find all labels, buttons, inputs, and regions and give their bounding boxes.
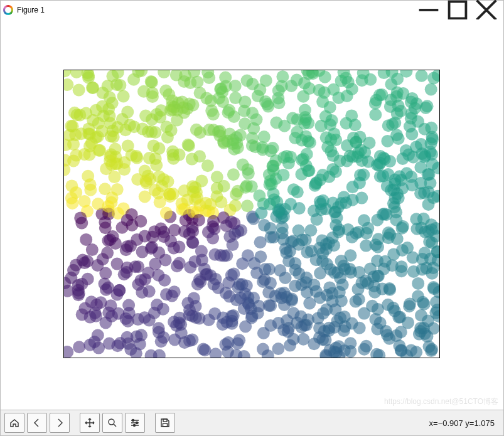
matplotlib-app-icon [3, 5, 13, 15]
svg-point-972 [264, 198, 276, 211]
svg-point-895 [99, 183, 111, 195]
svg-point-90 [272, 343, 284, 355]
svg-point-845 [207, 215, 220, 228]
svg-point-658 [430, 296, 439, 309]
svg-point-399 [117, 90, 130, 103]
svg-point-973 [108, 171, 121, 183]
svg-point-1004 [109, 419, 114, 425]
svg-point-360 [346, 231, 358, 243]
svg-point-827 [326, 287, 338, 300]
pan-button[interactable] [80, 413, 100, 433]
svg-point-1006 [136, 422, 138, 424]
svg-rect-1009 [163, 423, 168, 427]
svg-point-733 [358, 343, 370, 356]
svg-rect-1 [449, 2, 466, 19]
svg-point-559 [261, 98, 274, 110]
svg-point-913 [67, 120, 79, 132]
svg-point-920 [405, 107, 418, 120]
svg-point-979 [166, 146, 179, 158]
svg-point-723 [356, 74, 368, 87]
svg-point-764 [254, 236, 267, 248]
svg-point-859 [253, 300, 265, 312]
svg-point-911 [122, 338, 134, 350]
svg-point-656 [87, 82, 99, 94]
svg-point-663 [427, 72, 439, 85]
svg-point-704 [193, 312, 206, 324]
home-button[interactable] [4, 413, 24, 433]
minimize-button[interactable] [414, 1, 443, 19]
svg-point-912 [242, 249, 254, 262]
svg-point-149 [232, 337, 244, 349]
svg-point-1000 [397, 220, 409, 233]
forward-button[interactable] [50, 413, 70, 433]
svg-point-877 [421, 100, 434, 112]
configure-button[interactable] [125, 413, 145, 433]
svg-point-685 [331, 266, 344, 279]
svg-point-861 [390, 329, 402, 342]
svg-point-936 [273, 97, 286, 109]
svg-point-879 [105, 299, 117, 312]
svg-point-892 [70, 149, 82, 162]
svg-point-926 [158, 331, 170, 344]
svg-point-921 [319, 71, 331, 83]
svg-point-738 [183, 139, 195, 152]
svg-point-993 [189, 181, 201, 194]
svg-point-303 [241, 199, 254, 212]
figure-canvas[interactable]: https://blog.csdn.net@51CTO博客 [1, 19, 503, 410]
svg-point-611 [246, 132, 259, 144]
svg-point-962 [227, 267, 240, 280]
svg-point-988 [386, 118, 399, 130]
svg-point-934 [228, 217, 240, 230]
svg-point-604 [289, 264, 302, 277]
svg-point-775 [344, 345, 357, 358]
svg-point-871 [220, 249, 233, 262]
svg-point-186 [158, 70, 170, 78]
svg-point-869 [381, 135, 394, 147]
svg-point-476 [186, 153, 198, 166]
svg-point-860 [178, 336, 191, 349]
svg-point-985 [183, 228, 196, 240]
svg-point-940 [104, 117, 117, 130]
svg-point-839 [415, 309, 427, 322]
svg-point-271 [146, 90, 159, 103]
close-button[interactable] [472, 1, 501, 19]
svg-point-947 [370, 94, 383, 107]
figure-window: Figure 1 https://blog.csdn.net@51CTO博客 x… [0, 0, 504, 436]
svg-point-689 [237, 159, 249, 171]
svg-point-241 [287, 183, 300, 196]
svg-point-805 [341, 90, 353, 102]
svg-point-806 [161, 131, 174, 144]
svg-point-882 [111, 258, 124, 270]
svg-point-917 [196, 253, 208, 266]
svg-point-953 [419, 226, 431, 238]
back-button[interactable] [27, 413, 47, 433]
svg-point-413 [358, 307, 370, 320]
save-button[interactable] [155, 413, 175, 433]
svg-point-982 [407, 252, 419, 264]
svg-point-440 [73, 84, 85, 97]
svg-point-325 [120, 243, 132, 256]
maximize-button[interactable] [443, 1, 472, 19]
svg-point-330 [139, 191, 151, 203]
svg-point-981 [79, 302, 92, 315]
zoom-button[interactable] [102, 413, 122, 433]
svg-point-485 [168, 285, 181, 298]
svg-point-842 [239, 321, 252, 333]
svg-point-890 [70, 186, 82, 199]
svg-point-625 [371, 255, 383, 267]
svg-point-951 [149, 152, 162, 165]
svg-point-608 [241, 75, 254, 87]
svg-point-938 [173, 316, 185, 329]
svg-point-928 [102, 80, 114, 92]
svg-point-740 [340, 117, 353, 130]
svg-point-612 [412, 277, 424, 290]
svg-point-980 [302, 135, 314, 147]
svg-point-383 [111, 183, 124, 196]
svg-point-922 [301, 286, 313, 299]
svg-point-784 [254, 250, 267, 263]
svg-point-991 [111, 288, 124, 300]
svg-point-633 [146, 114, 158, 126]
svg-point-787 [302, 164, 314, 177]
svg-point-620 [88, 336, 101, 348]
svg-point-840 [176, 203, 188, 216]
